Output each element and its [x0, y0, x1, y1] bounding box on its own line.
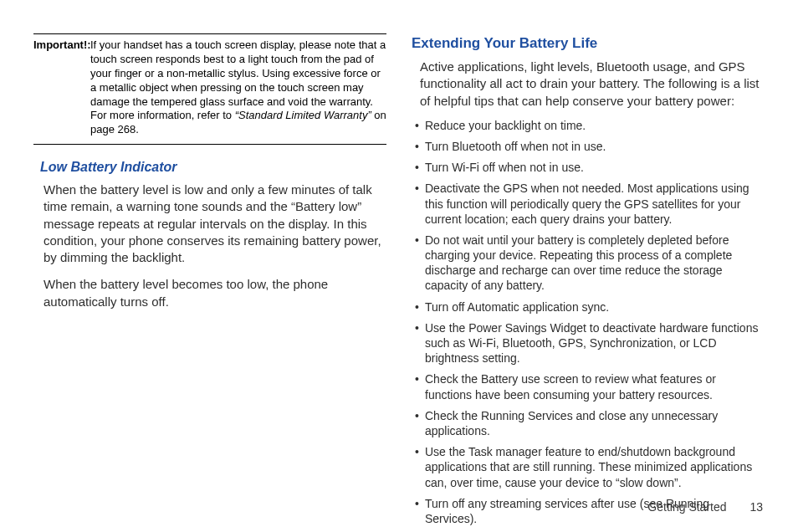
important-text: If your handset has a touch screen displ…	[90, 38, 386, 137]
list-item: Check the Running Services and close any…	[413, 408, 765, 438]
list-item: Deactivate the GPS when not needed. Most…	[413, 181, 765, 227]
low-battery-para1: When the battery level is low and only a…	[43, 182, 386, 266]
list-item: Turn off Automatic application sync.	[413, 299, 765, 315]
footer-section: Getting Started	[647, 500, 726, 514]
battery-tips-list: Reduce your backlight on time. Turn Blue…	[413, 118, 765, 526]
divider-top	[33, 33, 386, 34]
list-item: Use the Task manager feature to end/shut…	[413, 444, 765, 490]
extending-intro: Active applications, light levels, Bluet…	[420, 59, 765, 110]
list-item: Check the Battery use screen to review w…	[413, 371, 765, 402]
divider-bottom	[33, 144, 386, 145]
list-item: Do not wait until your battery is comple…	[413, 233, 765, 294]
important-text-italic: “Standard Limited Warranty”	[235, 109, 371, 121]
page-footer: Getting Started 13	[647, 500, 763, 514]
heading-extending-battery: Extending Your Battery Life	[412, 35, 765, 52]
low-battery-para2: When the battery level becomes too low, …	[43, 276, 386, 310]
list-item: Use the Power Savings Widget to deactiva…	[413, 320, 765, 366]
important-note: Important!: If your handset has a touch …	[33, 38, 386, 137]
list-item: Turn Bluetooth off when not in use.	[413, 139, 765, 154]
sub-heading-low-battery: Low Battery Indicator	[40, 160, 386, 175]
footer-page-number: 13	[749, 500, 763, 514]
list-item: Turn Wi-Fi off when not in use.	[413, 160, 765, 175]
list-item: Reduce your backlight on time.	[413, 118, 765, 133]
important-label: Important!:	[33, 38, 90, 137]
